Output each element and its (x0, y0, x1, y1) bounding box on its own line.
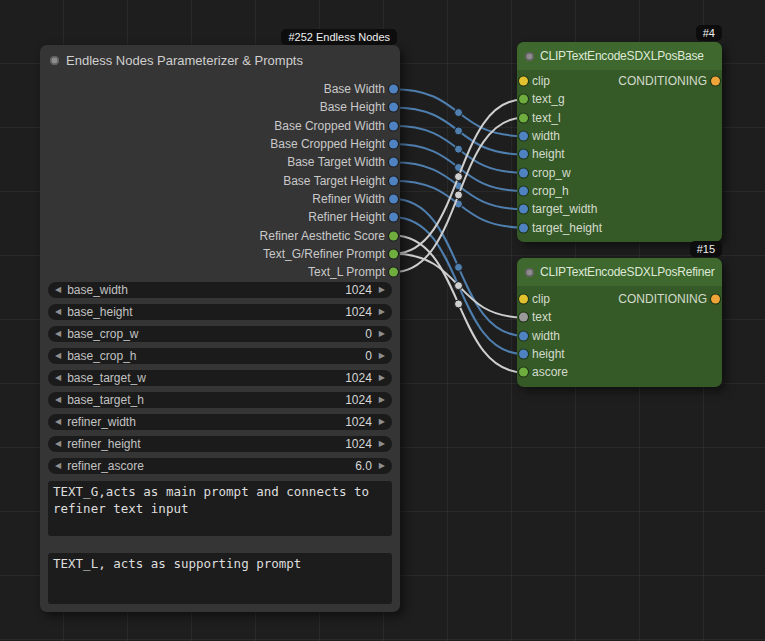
slot-width-dot[interactable] (519, 331, 528, 340)
increment-arrow-icon[interactable]: ▶ (379, 458, 385, 474)
increment-arrow-icon[interactable]: ▶ (379, 304, 385, 320)
slot-refiner-width-dot[interactable] (389, 194, 398, 203)
link-midpoint-dot[interactable] (455, 127, 463, 135)
link-midpoint-dot[interactable] (455, 173, 463, 181)
node-title-bar[interactable]: Endless Nodes Parameterizer & Prompts (40, 45, 400, 75)
widget-refiner_height[interactable]: ◀refiner_height1024▶ (48, 436, 392, 452)
increment-arrow-icon[interactable]: ▶ (379, 348, 385, 364)
widget-value: 0 (365, 327, 372, 341)
slot-text-dot[interactable] (519, 313, 528, 322)
slot-base-cropped-width-dot[interactable] (389, 121, 398, 130)
slot-text-l-dot[interactable] (519, 113, 528, 122)
decrement-arrow-icon[interactable]: ◀ (55, 414, 61, 430)
slot-ascore-dot[interactable] (519, 368, 528, 377)
link-midpoint-dot[interactable] (455, 282, 463, 290)
link-wire (394, 254, 524, 318)
node-parameterizer[interactable]: Endless Nodes Parameterizer & Prompts Ba… (40, 45, 400, 612)
widget-refiner_width[interactable]: ◀refiner_width1024▶ (48, 414, 392, 430)
slot-target-height-dot[interactable] (519, 223, 528, 232)
decrement-arrow-icon[interactable]: ◀ (55, 370, 61, 386)
link-wire (394, 181, 524, 228)
widget-name: refiner_ascore (67, 459, 144, 473)
slot-height-dot[interactable] (519, 150, 528, 159)
link-midpoint-dot[interactable] (455, 163, 463, 171)
decrement-arrow-icon[interactable]: ◀ (55, 458, 61, 474)
prompt-textarea-text-l[interactable]: TEXT_L, acts as supporting prompt (48, 553, 392, 604)
slot-height-dot[interactable] (519, 350, 528, 359)
widget-value: 1024 (345, 371, 372, 385)
slot-label: width (532, 329, 560, 343)
slot-base-height-dot[interactable] (389, 103, 398, 112)
link-wire (394, 126, 524, 173)
slot-clip-dot[interactable] (519, 295, 528, 304)
link-midpoint-dot[interactable] (455, 109, 463, 117)
slot-crop-h-dot[interactable] (519, 186, 528, 195)
output-slot-refiner-aesthetic-score: Refiner Aesthetic Score (40, 226, 400, 244)
slot-refiner-aesthetic-score-dot[interactable] (389, 231, 398, 240)
node-pos-refiner[interactable]: CLIPTextEncodeSDXLPosRefiner CONDITIONIN… (517, 258, 722, 387)
slot-target-width-dot[interactable] (519, 205, 528, 214)
slot-crop-w-dot[interactable] (519, 168, 528, 177)
collapse-dot-icon[interactable] (50, 56, 59, 65)
slot-label: Text_L Prompt (308, 265, 385, 279)
increment-arrow-icon[interactable]: ▶ (379, 414, 385, 430)
slot-base-target-height-dot[interactable] (389, 176, 398, 185)
input-slot-crop-w: crop_w (517, 163, 722, 181)
widget-refiner_ascore[interactable]: ◀refiner_ascore6.0▶ (48, 458, 392, 474)
decrement-arrow-icon[interactable]: ◀ (55, 304, 61, 320)
decrement-arrow-icon[interactable]: ◀ (55, 282, 61, 298)
widget-base_width[interactable]: ◀base_width1024▶ (48, 282, 392, 298)
input-slot-list: cliptext_gtext_lwidthheightcrop_wcrop_ht… (517, 70, 722, 237)
link-midpoint-dot[interactable] (455, 182, 463, 190)
slot-clip-dot[interactable] (519, 77, 528, 86)
slot-width-dot[interactable] (519, 132, 528, 141)
slot-base-target-width-dot[interactable] (389, 158, 398, 167)
collapse-dot-icon[interactable] (525, 268, 534, 277)
slot-label: height (532, 347, 565, 361)
widget-name: refiner_height (67, 437, 140, 451)
slot-label: Base Target Height (283, 174, 385, 188)
badge-pos-refiner: #15 (690, 241, 722, 257)
decrement-arrow-icon[interactable]: ◀ (55, 436, 61, 452)
widget-base_target_h[interactable]: ◀base_target_h1024▶ (48, 392, 392, 408)
increment-arrow-icon[interactable]: ▶ (379, 392, 385, 408)
slot-base-cropped-height-dot[interactable] (389, 140, 398, 149)
input-slot-clip: clip (517, 72, 722, 90)
node-graph-canvas[interactable]: #252 Endless Nodes #4 #15 Endless Nodes … (0, 0, 765, 641)
link-midpoint-dot[interactable] (455, 145, 463, 153)
increment-arrow-icon[interactable]: ▶ (379, 436, 385, 452)
increment-arrow-icon[interactable]: ▶ (379, 282, 385, 298)
decrement-arrow-icon[interactable]: ◀ (55, 326, 61, 342)
input-slot-target-width: target_width (517, 200, 722, 218)
widget-base_height[interactable]: ◀base_height1024▶ (48, 304, 392, 320)
slot-text-g-dot[interactable] (519, 95, 528, 104)
input-slot-height: height (517, 345, 722, 363)
slot-base-width-dot[interactable] (389, 85, 398, 94)
widget-base_target_w[interactable]: ◀base_target_w1024▶ (48, 370, 392, 386)
node-title-bar[interactable]: CLIPTextEncodeSDXLPosRefiner (517, 258, 722, 286)
node-title: Endless Nodes Parameterizer & Prompts (66, 53, 303, 68)
slot-refiner-height-dot[interactable] (389, 213, 398, 222)
link-midpoint-dot[interactable] (455, 200, 463, 208)
slot-text-l-prompt-dot[interactable] (389, 268, 398, 277)
link-midpoint-dot[interactable] (455, 191, 463, 199)
increment-arrow-icon[interactable]: ▶ (379, 326, 385, 342)
slot-label: target_height (532, 221, 602, 235)
link-midpoint-dot[interactable] (455, 282, 463, 290)
widget-base_crop_w[interactable]: ◀base_crop_w0▶ (48, 326, 392, 342)
node-pos-base[interactable]: CLIPTextEncodeSDXLPosBase CONDITIONING c… (517, 42, 722, 242)
collapse-dot-icon[interactable] (525, 52, 534, 61)
decrement-arrow-icon[interactable]: ◀ (55, 348, 61, 364)
slot-text-g-refiner-prompt-dot[interactable] (389, 249, 398, 258)
decrement-arrow-icon[interactable]: ◀ (55, 392, 61, 408)
badge-pos-base: #4 (696, 25, 722, 41)
node-title-bar[interactable]: CLIPTextEncodeSDXLPosBase (517, 42, 722, 70)
widget-name: base_width (67, 283, 128, 297)
link-midpoint-dot[interactable] (455, 300, 463, 308)
increment-arrow-icon[interactable]: ▶ (379, 370, 385, 386)
textarea-list: TEXT_G,acts as main prompt and connects … (40, 481, 400, 604)
link-midpoint-dot[interactable] (455, 263, 463, 271)
widget-base_crop_h[interactable]: ◀base_crop_h0▶ (48, 348, 392, 364)
output-slot-refiner-width: Refiner Width (40, 190, 400, 208)
prompt-textarea-text-g[interactable]: TEXT_G,acts as main prompt and connects … (48, 481, 392, 536)
